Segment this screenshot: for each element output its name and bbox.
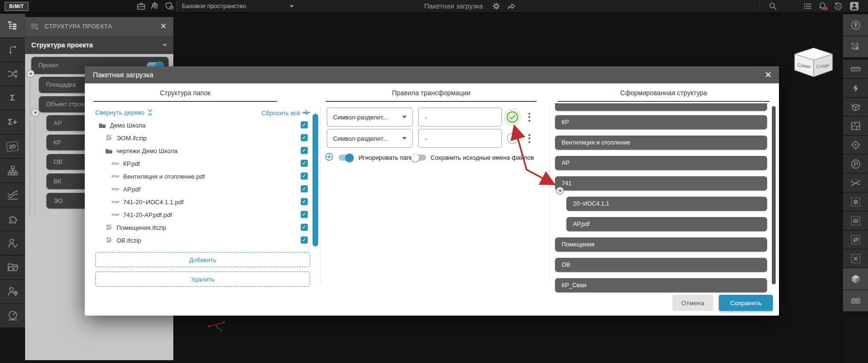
tree-scrollbar[interactable] <box>313 114 318 246</box>
user-location-tool[interactable] <box>0 280 25 303</box>
shuffle-tool[interactable] <box>0 62 25 86</box>
tree-item[interactable]: PDF 741-20−ИОС4.1.1.pdf <box>93 196 336 208</box>
search-button[interactable] <box>768 1 778 11</box>
left-toolbar: Σ Σ+ 2D <box>0 12 25 363</box>
list-item[interactable]: ОВ <box>555 258 767 272</box>
locate-button[interactable] <box>843 136 868 154</box>
list-item[interactable]: 741 <box>555 176 767 191</box>
checkbox[interactable] <box>301 172 308 180</box>
list-item[interactable]: КР_Сваи <box>555 278 767 292</box>
reset-all-link[interactable]: Сбросить всё <box>217 109 310 117</box>
isolate-button[interactable] <box>843 192 868 211</box>
page-title: Пакетная загрузка <box>403 0 504 12</box>
admin-button[interactable] <box>165 1 174 11</box>
projects-button[interactable] <box>136 1 146 11</box>
reset-icon <box>301 108 312 118</box>
show-selected-button[interactable] <box>843 211 868 230</box>
tree-item[interactable]: IFCZIP Помещения.ifczip <box>93 222 329 233</box>
list-item-partial[interactable] <box>555 103 767 111</box>
check-circle-icon <box>506 111 519 123</box>
measure-button[interactable] <box>843 60 868 78</box>
team-button[interactable] <box>150 1 160 11</box>
share-button[interactable] <box>507 1 516 11</box>
save-button[interactable]: Сохранить <box>719 295 773 311</box>
expand-toggle[interactable] <box>27 70 35 78</box>
hierarchy-tool[interactable] <box>0 159 25 182</box>
checkbox[interactable] <box>301 211 308 218</box>
workspace-selector[interactable]: Базовое пространство <box>182 0 246 12</box>
rule-value-input[interactable] <box>418 129 502 148</box>
view-cube[interactable]: Слева Сзади <box>789 45 838 81</box>
tree-mode-button[interactable] <box>843 14 868 36</box>
axes-icon: 1 2 <box>850 177 861 189</box>
checkbox[interactable] <box>301 198 308 205</box>
checkbox[interactable] <box>301 160 308 167</box>
section-box-button[interactable] <box>843 98 868 116</box>
notifications-button[interactable] <box>818 1 827 11</box>
close-icon[interactable]: ✕ <box>158 21 169 32</box>
checkbox[interactable] <box>301 134 308 141</box>
list-item[interactable]: Вентиляция и отопление <box>555 136 767 150</box>
settings-button[interactable] <box>492 1 501 11</box>
charts-tool[interactable] <box>0 183 25 207</box>
sum-add-tool[interactable]: Σ+ <box>0 110 25 134</box>
tree-item[interactable]: PDF КР.pdf <box>93 158 336 169</box>
project-structure-tool[interactable] <box>0 14 25 37</box>
list-item[interactable]: КР <box>555 115 767 129</box>
tree-item[interactable]: IFCZIP ОВ.ifczip <box>93 235 329 246</box>
ignore-folders-toggle[interactable] <box>339 154 353 161</box>
cancel-button[interactable]: Отмена <box>672 295 713 311</box>
tree-item[interactable]: PDF АР.pdf <box>93 183 336 195</box>
panel-menu-icon[interactable] <box>30 22 39 31</box>
list-item[interactable]: Помещения <box>555 237 767 252</box>
hide-selected-button[interactable] <box>843 230 868 249</box>
close-icon[interactable]: ✕ <box>763 70 773 80</box>
checkbox[interactable] <box>301 121 308 128</box>
checkbox[interactable] <box>301 224 308 231</box>
tree-item[interactable]: Демо Школа <box>93 119 322 131</box>
app-logo[interactable]: BiMiT <box>5 2 28 11</box>
parking-button[interactable] <box>843 154 868 173</box>
rule-type-select[interactable]: Символ-разделит... <box>327 129 413 148</box>
list-item[interactable]: 20−ИОС4.1.1 <box>566 197 767 211</box>
checkbox[interactable] <box>301 185 308 192</box>
add-rule-button[interactable] <box>325 153 333 163</box>
clear-selection-button[interactable] <box>843 249 868 268</box>
list-item[interactable]: АР.pdf <box>566 217 767 231</box>
sum-tool[interactable]: Σ <box>0 86 25 110</box>
history-button[interactable]: 10 <box>833 1 843 11</box>
checkbox[interactable] <box>301 236 308 244</box>
chevron-down-icon[interactable] <box>290 5 294 8</box>
relations-tool[interactable] <box>0 38 25 62</box>
structure-selector[interactable]: Структура проекта <box>24 36 173 54</box>
remove-button[interactable]: Удалить <box>95 272 310 287</box>
axes-button[interactable]: 1 2 <box>843 173 868 192</box>
orbit-icon <box>850 295 862 307</box>
floorplan-button[interactable] <box>843 117 868 135</box>
tree-item[interactable]: PDF 741-20-АР.pdf.pdf <box>93 209 336 220</box>
2d-view-tool[interactable]: 2D <box>0 135 25 158</box>
checkbox[interactable] <box>301 147 308 154</box>
plugins-tool[interactable] <box>0 207 25 231</box>
rule-value-input[interactable] <box>418 108 502 127</box>
collapse-tree-link[interactable]: Свернуть дерево <box>95 109 153 116</box>
keep-names-toggle[interactable] <box>412 154 426 161</box>
expand-toggle[interactable] <box>31 109 39 117</box>
add-button[interactable]: Добавить <box>95 252 310 267</box>
folder-icon <box>104 148 114 154</box>
list-item[interactable]: АР <box>555 156 767 170</box>
selection-frames-button[interactable] <box>843 36 868 57</box>
rule-type-select[interactable]: Символ-разделит... <box>327 108 413 127</box>
tree-item[interactable]: чертежи Демо Школа <box>93 145 329 156</box>
user-approve-tool[interactable] <box>0 231 25 255</box>
flash-mode-button[interactable] <box>843 79 868 97</box>
orbit-button[interactable] <box>843 290 868 311</box>
shaded-view-button[interactable] <box>843 268 868 290</box>
result-scrollbar[interactable] <box>772 106 776 284</box>
gauge-tool[interactable] <box>0 304 25 327</box>
tree-item[interactable]: IFCZIP ЭОМ.ifczip <box>93 132 329 144</box>
import-folder-tool[interactable] <box>0 255 25 279</box>
user-menu-button[interactable] <box>850 1 859 11</box>
menu-list-button[interactable] <box>803 1 813 11</box>
tree-item[interactable]: PDF Вентиляция и отопление.pdf <box>93 171 336 182</box>
